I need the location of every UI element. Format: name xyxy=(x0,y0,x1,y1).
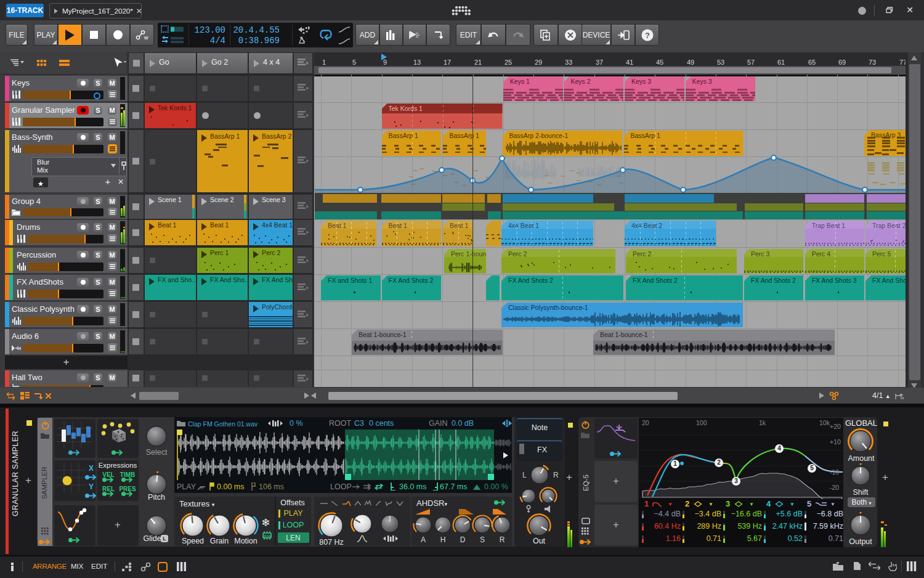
svg-text:R: R xyxy=(200,485,204,490)
svg-text:RAM: RAM xyxy=(264,534,272,538)
